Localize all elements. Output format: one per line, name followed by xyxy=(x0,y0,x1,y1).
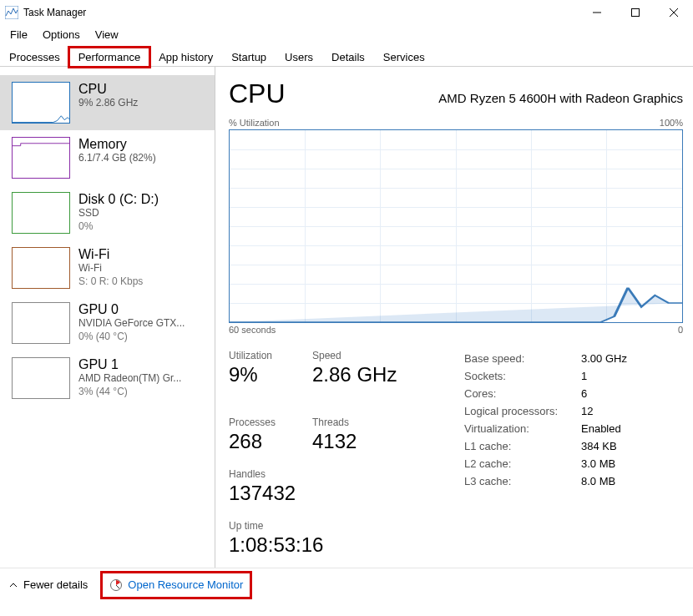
processes-label: Processes xyxy=(229,417,289,428)
memory-thumbnail xyxy=(12,137,70,179)
sidebar-item-sub: SSD xyxy=(78,207,159,219)
gpu1-thumbnail xyxy=(12,357,70,399)
window-title: Task Manager xyxy=(23,7,86,18)
sidebar-item-cpu[interactable]: CPU 9% 2.86 GHz xyxy=(0,75,215,130)
titlebar: Task Manager xyxy=(0,0,693,25)
table-row: Base speed:3.00 GHz xyxy=(461,350,683,367)
maximize-button[interactable] xyxy=(616,0,655,25)
table-row: L1 cache:384 KB xyxy=(461,437,683,455)
chart-ylabel: % Utilization xyxy=(229,118,280,128)
utilization-chart[interactable] xyxy=(229,129,683,323)
sidebar-item-sub: AMD Radeon(TM) Gr... xyxy=(78,372,181,384)
minimize-button[interactable] xyxy=(578,0,616,25)
tab-processes[interactable]: Processes xyxy=(0,48,69,67)
sidebar-item-sub: 6.1/7.4 GB (82%) xyxy=(78,152,156,164)
footer: Fewer details Open Resource Monitor xyxy=(0,568,693,601)
sidebar-item-sub: NVIDIA GeForce GTX... xyxy=(78,317,185,329)
menubar: File Options View xyxy=(0,25,693,43)
sidebar-item-sub: Wi-Fi xyxy=(78,262,143,274)
cpu-model: AMD Ryzen 5 4600H with Radeon Graphics xyxy=(438,91,683,105)
sidebar-item-disk0[interactable]: Disk 0 (C: D:) SSD 0% xyxy=(0,185,215,240)
cpu-thumbnail xyxy=(12,82,70,124)
chevron-up-icon xyxy=(8,580,18,590)
cpu-details-table: Base speed:3.00 GHz Sockets:1 Cores:6 Lo… xyxy=(461,350,683,490)
table-row: Sockets:1 xyxy=(461,367,683,385)
uptime-label: Up time xyxy=(229,520,438,532)
tab-startup[interactable]: Startup xyxy=(222,48,276,67)
menu-view[interactable]: View xyxy=(89,27,125,43)
table-row: L3 cache:8.0 MB xyxy=(461,472,683,490)
sidebar-item-label: Wi-Fi xyxy=(78,247,143,262)
threads-label: Threads xyxy=(312,417,372,428)
sidebar-item-wifi[interactable]: Wi-Fi Wi-Fi S: 0 R: 0 Kbps xyxy=(0,240,215,295)
utilization-label: Utilization xyxy=(229,350,289,361)
threads-value: 4132 xyxy=(312,430,372,453)
chart-xlabel-right: 0 xyxy=(678,325,683,335)
sidebar-item-sub2: S: 0 R: 0 Kbps xyxy=(78,275,143,287)
sidebar-item-sub2: 0% xyxy=(78,220,159,232)
tab-performance[interactable]: Performance xyxy=(69,48,149,67)
sidebar-item-sub2: 0% (40 °C) xyxy=(78,331,185,342)
tab-users[interactable]: Users xyxy=(276,48,322,67)
sidebar-item-label: GPU 0 xyxy=(78,302,185,317)
sidebar-item-gpu0[interactable]: GPU 0 NVIDIA GeForce GTX... 0% (40 °C) xyxy=(0,295,215,351)
sidebar: CPU 9% 2.86 GHz Memory 6.1/7.4 GB (82%) … xyxy=(0,67,215,568)
handles-label: Handles xyxy=(229,468,296,480)
gpu0-thumbnail xyxy=(12,302,70,344)
app-icon xyxy=(5,6,18,19)
sidebar-item-label: Disk 0 (C: D:) xyxy=(78,192,159,207)
tabs: Processes Performance App history Startu… xyxy=(0,47,693,67)
open-resource-monitor-link[interactable]: Open Resource Monitor xyxy=(103,573,250,597)
disk-thumbnail xyxy=(12,192,70,234)
table-row: Cores:6 xyxy=(461,385,683,402)
sidebar-item-label: CPU xyxy=(78,82,138,97)
tab-services[interactable]: Services xyxy=(374,48,434,67)
sidebar-item-sub2: 3% (44 °C) xyxy=(78,386,181,397)
sidebar-item-memory[interactable]: Memory 6.1/7.4 GB (82%) xyxy=(0,130,215,185)
speed-value: 2.86 GHz xyxy=(312,363,397,386)
sidebar-item-sub: 9% 2.86 GHz xyxy=(78,97,138,109)
wifi-thumbnail xyxy=(12,247,70,289)
handles-value: 137432 xyxy=(229,482,296,505)
table-row: Logical processors:12 xyxy=(461,402,683,420)
chart-ymax: 100% xyxy=(660,118,683,128)
svg-rect-2 xyxy=(632,9,640,17)
sidebar-item-label: Memory xyxy=(78,137,156,152)
resource-monitor-icon xyxy=(109,578,123,592)
uptime-value: 1:08:53:16 xyxy=(229,533,438,557)
table-row: Virtualization:Enabled xyxy=(461,420,683,437)
utilization-value: 9% xyxy=(229,363,289,386)
sidebar-item-label: GPU 1 xyxy=(78,357,181,372)
table-row: L2 cache:3.0 MB xyxy=(461,455,683,472)
sidebar-item-gpu1[interactable]: GPU 1 AMD Radeon(TM) Gr... 3% (44 °C) xyxy=(0,351,215,406)
menu-file[interactable]: File xyxy=(3,27,34,43)
close-button[interactable] xyxy=(655,0,693,25)
pane-title: CPU xyxy=(229,78,286,109)
chart-xlabel-left: 60 seconds xyxy=(229,325,276,335)
fewer-details-button[interactable]: Fewer details xyxy=(8,578,88,591)
content: CPU 9% 2.86 GHz Memory 6.1/7.4 GB (82%) … xyxy=(0,67,693,568)
tab-details[interactable]: Details xyxy=(322,48,374,67)
tab-app-history[interactable]: App history xyxy=(149,48,222,67)
speed-label: Speed xyxy=(312,350,397,361)
performance-pane: CPU AMD Ryzen 5 4600H with Radeon Graphi… xyxy=(215,67,693,568)
processes-value: 268 xyxy=(229,430,289,453)
menu-options[interactable]: Options xyxy=(36,27,87,43)
